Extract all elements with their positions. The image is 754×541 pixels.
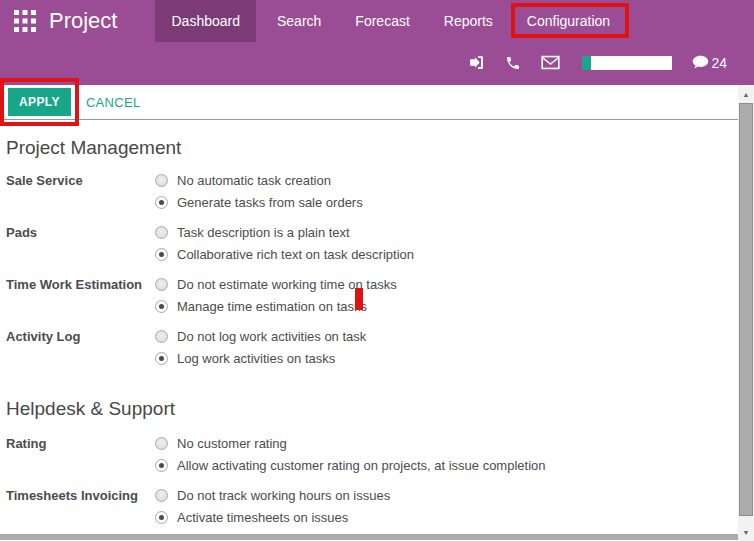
radio-icon[interactable] bbox=[155, 352, 168, 365]
envelope-icon[interactable] bbox=[541, 55, 560, 70]
app-title: Project bbox=[49, 0, 117, 42]
setting-group-time-work-estimation: Time Work Estimation Do not estimate wor… bbox=[6, 273, 738, 317]
apply-button-label: APPLY bbox=[19, 95, 60, 109]
setting-label-rating: Rating bbox=[6, 432, 155, 476]
radio-option[interactable]: Collaborative rich text on task descript… bbox=[155, 243, 414, 265]
radio-icon[interactable] bbox=[155, 300, 168, 313]
apply-button[interactable]: APPLY bbox=[8, 88, 71, 116]
options: Do not log work activities on task Log w… bbox=[155, 325, 366, 369]
radio-icon[interactable] bbox=[155, 489, 168, 502]
setting-label-sale-service: Sale Service bbox=[6, 169, 155, 213]
radio-option-label: Do not track working hours on issues bbox=[177, 488, 390, 503]
radio-icon[interactable] bbox=[155, 174, 168, 187]
radio-option[interactable]: Do not log work activities on task bbox=[155, 325, 366, 347]
radio-option-label: No customer rating bbox=[177, 436, 287, 451]
radio-option[interactable]: Task description is a plain text bbox=[155, 221, 350, 243]
phone-icon[interactable] bbox=[505, 55, 521, 71]
setting-group-sale-service: Sale Service No automatic task creation … bbox=[6, 169, 738, 213]
form-body: Project Management Sale Service No autom… bbox=[0, 137, 738, 528]
radio-icon[interactable] bbox=[155, 196, 168, 209]
radio-icon[interactable] bbox=[155, 330, 168, 343]
horizontal-scrollbar-thumb[interactable] bbox=[0, 534, 738, 540]
radio-option-label: Collaborative rich text on task descript… bbox=[177, 247, 414, 262]
main-nav: Dashboard Search Forecast Reports Config… bbox=[155, 0, 623, 42]
settings-form: APPLY CANCEL Project Management Sale Ser… bbox=[0, 85, 738, 533]
radio-icon[interactable] bbox=[155, 226, 168, 239]
radio-option-manage-time-estimation[interactable]: Manage time estimation on tasks bbox=[155, 295, 375, 317]
section-title-project-management: Project Management bbox=[6, 137, 738, 159]
nav-item-dashboard[interactable]: Dashboard bbox=[155, 0, 256, 42]
radio-icon[interactable] bbox=[155, 459, 168, 472]
nav-item-forecast[interactable]: Forecast bbox=[342, 0, 422, 42]
setting-group-activity-log: Activity Log Do not log work activities … bbox=[6, 325, 738, 369]
radio-icon[interactable] bbox=[155, 248, 168, 261]
radio-option[interactable]: Generate tasks from sale orders bbox=[155, 191, 363, 213]
radio-icon[interactable] bbox=[155, 437, 168, 450]
radio-option-label: Allow activating customer rating on proj… bbox=[177, 458, 546, 473]
radio-option[interactable]: Do not estimate working time on tasks bbox=[155, 273, 397, 295]
radio-option-label: Log work activities on tasks bbox=[177, 351, 335, 366]
top-navbar: Project Dashboard Search Forecast Report… bbox=[0, 0, 754, 85]
vertical-scrollbar-thumb[interactable] bbox=[739, 103, 753, 516]
main-menu-row: Project Dashboard Search Forecast Report… bbox=[0, 0, 754, 42]
progress-bar[interactable] bbox=[582, 56, 672, 70]
radio-option-label: Task description is a plain text bbox=[177, 225, 350, 240]
options: No automatic task creation Generate task… bbox=[155, 169, 363, 213]
options: Do not estimate working time on tasks Ma… bbox=[155, 273, 397, 317]
radio-option[interactable]: Log work activities on tasks bbox=[155, 347, 335, 369]
setting-group-timesheets-invoicing: Timesheets Invoicing Do not track workin… bbox=[6, 484, 738, 528]
systray-row: 24 bbox=[0, 42, 754, 83]
radio-option-label: Do not estimate working time on tasks bbox=[177, 277, 397, 292]
radio-option[interactable]: Activate timesheets on issues bbox=[155, 506, 348, 528]
nav-item-search[interactable]: Search bbox=[264, 0, 334, 42]
scroll-down-button[interactable]: ▼ bbox=[738, 524, 754, 540]
radio-option-label: Do not log work activities on task bbox=[177, 329, 366, 344]
radio-option[interactable]: Allow activating customer rating on proj… bbox=[155, 454, 546, 476]
radio-option-label: Activate timesheets on issues bbox=[177, 510, 348, 525]
setting-group-pads: Pads Task description is a plain text Co… bbox=[6, 221, 738, 265]
options: Do not track working hours on issues Act… bbox=[155, 484, 390, 528]
options: No customer rating Allow activating cust… bbox=[155, 432, 546, 476]
setting-label-time-work-estimation: Time Work Estimation bbox=[6, 273, 155, 317]
horizontal-scrollbar[interactable] bbox=[0, 533, 738, 541]
chat-bubble-icon[interactable] bbox=[692, 55, 709, 70]
radio-option[interactable]: No customer rating bbox=[155, 432, 287, 454]
sign-in-icon[interactable] bbox=[468, 54, 485, 71]
options: Task description is a plain text Collabo… bbox=[155, 221, 414, 265]
cancel-button[interactable]: CANCEL bbox=[86, 95, 141, 110]
section-title-helpdesk-support: Helpdesk & Support bbox=[6, 398, 738, 420]
vertical-scrollbar[interactable]: ▲ ▼ bbox=[738, 85, 754, 541]
nav-item-configuration-label: Configuration bbox=[527, 13, 610, 29]
radio-option-label: No automatic task creation bbox=[177, 173, 331, 188]
setting-label-activity-log: Activity Log bbox=[6, 325, 155, 369]
radio-option[interactable]: No automatic task creation bbox=[155, 169, 331, 191]
form-toolbar: APPLY CANCEL bbox=[0, 85, 738, 120]
message-count: 24 bbox=[711, 55, 727, 71]
radio-icon[interactable] bbox=[155, 511, 168, 524]
apps-grid-glyph bbox=[14, 10, 36, 32]
radio-option[interactable]: Do not track working hours on issues bbox=[155, 484, 390, 506]
radio-icon[interactable] bbox=[155, 278, 168, 291]
nav-item-reports[interactable]: Reports bbox=[431, 0, 506, 42]
radio-option-label: Manage time estimation on tasks bbox=[177, 299, 367, 314]
project-settings-window: Project Dashboard Search Forecast Report… bbox=[0, 0, 754, 541]
setting-group-rating: Rating No customer rating Allow activati… bbox=[6, 432, 738, 476]
setting-label-timesheets-invoicing: Timesheets Invoicing bbox=[6, 484, 155, 528]
scroll-up-button[interactable]: ▲ bbox=[738, 86, 754, 102]
apps-menu-icon[interactable] bbox=[14, 0, 36, 42]
nav-item-configuration[interactable]: Configuration bbox=[514, 0, 623, 42]
progress-bar-fill bbox=[582, 56, 591, 70]
setting-label-pads: Pads bbox=[6, 221, 155, 265]
radio-option-label: Generate tasks from sale orders bbox=[177, 195, 363, 210]
